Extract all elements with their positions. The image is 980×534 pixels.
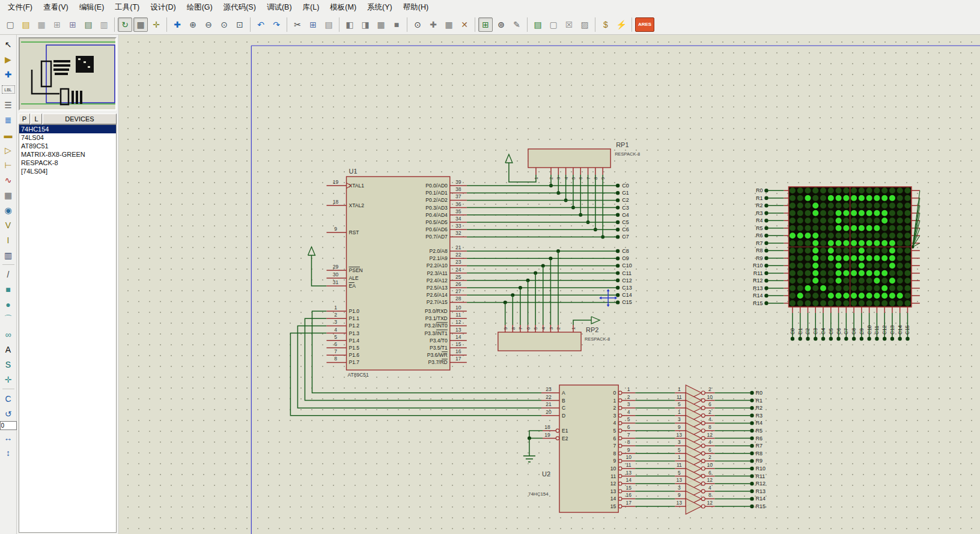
goto-sheet-icon[interactable]: ▨ [577,17,592,32]
packaging-tool-icon[interactable]: ▦ [442,17,456,32]
rotation-angle-input[interactable] [0,421,17,430]
cut-icon[interactable]: ✂ [290,17,305,32]
subcircuit-mode-icon[interactable]: ▬ [1,128,16,142]
pan-icon[interactable]: ✚ [170,17,184,32]
schematic-canvas[interactable]: U1AT89C5119XTAL118XTAL29RST29PSEN30ALE31… [119,35,980,534]
zoom-area-icon[interactable]: ⊡ [233,17,247,32]
open-file-icon[interactable]: ▤ [19,17,33,32]
graph-mode-icon[interactable]: ∿ [1,173,16,187]
device-list-item[interactable]: [74LS04] [19,167,116,175]
search-tag-icon[interactable]: ⊚ [494,17,508,32]
2d-symbol-mode-icon[interactable]: S [1,357,16,371]
menu-item-7[interactable]: 调试(B) [261,1,297,14]
svg-text:21: 21 [455,244,461,250]
terminals-mode-icon[interactable]: ▷ [1,143,16,157]
2d-box-mode-icon[interactable]: ■ [1,282,16,296]
menu-item-6[interactable]: 源代码(S) [218,1,261,14]
generator-mode-icon[interactable]: ◉ [1,203,16,217]
block-move-icon[interactable]: ◨ [358,17,373,32]
redraw-icon[interactable]: ↻ [118,17,132,32]
mirror-horizontal-icon[interactable]: ↔ [1,431,16,444]
redo-icon[interactable]: ↷ [269,17,284,32]
origin-icon[interactable]: ✛ [149,17,163,32]
device-list-item[interactable]: AT89C51 [19,142,116,150]
device-list-item[interactable]: RESPACK-8 [19,159,116,167]
menu-item-10[interactable]: 系统(Y) [362,1,398,14]
pick-device-icon[interactable]: ⊙ [410,17,425,32]
mirror-vertical-icon[interactable]: ↕ [1,446,16,460]
component-rp2-respack8[interactable]: RP2RESPACK-8987654321 [498,325,610,351]
design-explorer-icon[interactable]: ▤ [531,17,545,32]
print-icon[interactable]: ▤ [81,17,96,32]
component-u2-74hc154[interactable]: U274HC15423A22B21C20D18E119E201122334455… [528,385,635,512]
new-sheet-icon[interactable]: ▢ [546,17,561,32]
2d-marker-mode-icon[interactable]: ✛ [1,372,16,386]
menu-item-3[interactable]: 工具(T) [109,1,145,14]
svg-text:10: 10 [707,394,713,400]
2d-circle-mode-icon[interactable]: ● [1,297,16,311]
inverter-bank-74ls04[interactable]: 1211105612349813123456121110561312349813… [675,385,714,514]
selection-mode-icon[interactable]: ↖ [1,37,16,51]
menu-item-0[interactable]: 文件(F) [2,1,38,14]
menu-item-5[interactable]: 绘图(G) [181,1,218,14]
2d-line-mode-icon[interactable]: / [1,267,16,281]
copy-icon[interactable]: ⊞ [306,17,320,32]
2d-text-mode-icon[interactable]: A [1,342,16,356]
zoom-all-icon[interactable]: ⊙ [217,17,231,32]
import-section-icon[interactable]: ⊞ [50,17,64,32]
electrical-check-icon[interactable]: ⚡ [614,17,628,32]
device-list-item[interactable]: 74HC154 [19,125,116,133]
pick-devices-button[interactable]: P [19,114,30,124]
rotate-anticlockwise-icon[interactable]: ↺ [1,407,16,420]
zoom-in-icon[interactable]: ⊕ [186,17,200,32]
led-matrix-16x16[interactable] [789,187,912,307]
2d-arc-mode-icon[interactable]: ⌒ [1,312,16,326]
zoom-out-icon[interactable]: ⊖ [201,17,216,32]
menu-item-2[interactable]: 编辑(E) [74,1,110,14]
block-rotate-icon[interactable]: ▦ [374,17,388,32]
bill-of-materials-icon[interactable]: $ [598,17,613,32]
paste-icon[interactable]: ▤ [321,17,336,32]
new-file-icon[interactable]: ▢ [3,17,17,32]
current-probe-mode-icon[interactable]: I [1,233,16,247]
make-device-icon[interactable]: ✚ [426,17,440,32]
buses-mode-icon[interactable]: ≣ [1,113,16,127]
save-file-icon[interactable]: ▦ [34,17,49,32]
device-list-item[interactable]: 74LS04 [19,133,116,142]
wire-label-mode-icon[interactable]: LBL [2,85,15,94]
remove-sheet-icon[interactable]: ☒ [562,17,576,32]
editing-window[interactable]: U1AT89C5119XTAL118XTAL29RST29PSEN30ALE31… [119,35,980,534]
text-script-mode-icon[interactable]: ☰ [1,98,16,112]
tape-recorder-mode-icon[interactable]: ▦ [1,188,16,202]
menu-item-8[interactable]: 库(L) [297,1,325,14]
decompose-icon[interactable]: ✕ [457,17,472,32]
block-delete-icon[interactable]: ■ [389,17,404,32]
netlist-to-ares-icon[interactable]: ARES [635,17,654,32]
wire-autorouter-icon[interactable]: ⊞ [478,17,493,32]
menu-item-11[interactable]: 帮助(H) [398,1,434,14]
component-rp1-respack8[interactable]: RP1RESPACK-8123456789 [528,141,640,180]
export-section-icon[interactable]: ⊞ [65,17,80,32]
svg-text:6: 6 [708,401,711,407]
voltage-probe-mode-icon[interactable]: V [1,218,16,232]
junction-dot-mode-icon[interactable]: ✚ [1,67,16,81]
block-copy-icon[interactable]: ◧ [342,17,357,32]
component-mode-icon[interactable]: ▶ [1,52,16,66]
device-list-item[interactable]: MATRIX-8X8-GREEN [19,150,116,159]
property-assignment-icon[interactable]: ✎ [510,17,524,32]
grid-toggle-icon[interactable]: ▦ [133,17,148,32]
svg-text:P2.7/A15: P2.7/A15 [427,299,448,305]
undo-icon[interactable]: ↶ [254,17,268,32]
print-area-icon[interactable]: ▥ [97,17,111,32]
device-pins-mode-icon[interactable]: ⊢ [1,158,16,172]
component-u1-at89c51[interactable]: U1AT89C5119XTAL118XTAL29RST29PSEN30ALE31… [326,168,466,378]
rotate-clockwise-icon[interactable]: C [1,392,16,405]
overview-window[interactable] [19,37,117,111]
2d-path-mode-icon[interactable]: ∞ [1,327,16,341]
menu-item-1[interactable]: 查看(V) [38,1,74,14]
svg-text:R15: R15 [755,503,765,509]
menu-item-9[interactable]: 模板(M) [324,1,362,14]
library-manager-button[interactable]: L [31,114,42,124]
menu-item-4[interactable]: 设计(D) [145,1,181,14]
virtual-instruments-mode-icon[interactable]: ▥ [1,248,16,262]
